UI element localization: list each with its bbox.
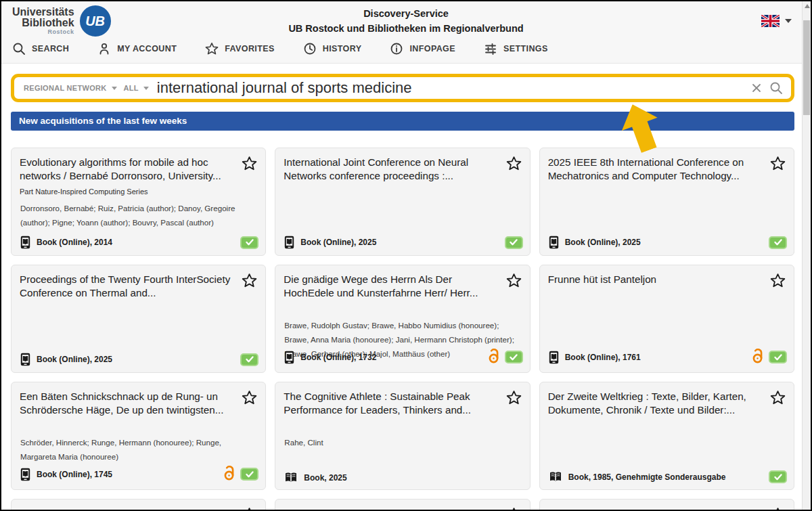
search-icon xyxy=(12,42,26,55)
card-title[interactable]: Spatial epidemic models / by Richard Dur… xyxy=(284,507,499,511)
favorite-button[interactable] xyxy=(506,507,522,511)
availability-badge xyxy=(769,470,787,483)
site-title-line-2: UB Rostock und Bibliotheken im Regionalv… xyxy=(1,22,811,37)
card-type-label: Book (Online), 1761 xyxy=(565,353,641,362)
result-card[interactable]: A robust finite element method for xyxy=(11,499,266,511)
result-card[interactable]: Die gnädige Wege des Herrn Als Der HochE… xyxy=(275,265,530,373)
availability-badge xyxy=(240,353,258,366)
card-head: Some effectively infinite classes of xyxy=(548,507,786,511)
ebook-icon xyxy=(284,236,294,249)
submit-search-button[interactable] xyxy=(768,80,784,96)
star-outline-icon xyxy=(770,273,786,288)
availability-badge xyxy=(240,236,258,249)
nav-my-account[interactable]: MY ACCOUNT xyxy=(96,39,178,58)
card-title[interactable]: Die gnädige Wege des Herrn Als Der HochE… xyxy=(284,273,499,300)
card-footer: Book, 2025 xyxy=(284,472,522,483)
card-title[interactable]: Evolutionary algorithms for mobile ad ho… xyxy=(20,156,235,183)
star-outline-icon xyxy=(770,156,786,171)
card-title[interactable]: Frunne hüt ist Panteljon xyxy=(548,273,763,289)
discovery-service-page: Universitäts Bibliothek Rostock UB Disco… xyxy=(0,0,812,511)
card-title[interactable]: International Joint Conference on Neural… xyxy=(284,156,499,183)
star-outline-icon xyxy=(770,507,786,511)
card-badges xyxy=(752,348,787,366)
result-card[interactable]: Spatial epidemic models / by Richard Dur… xyxy=(275,499,530,511)
availability-badge xyxy=(769,351,787,363)
nav-favorites[interactable]: FAVORITES xyxy=(204,39,276,58)
card-badges xyxy=(240,236,258,249)
result-card[interactable]: Evolutionary algorithms for mobile ad ho… xyxy=(11,148,266,256)
card-head: Spatial epidemic models / by Richard Dur… xyxy=(284,507,521,511)
card-type-label: Book (Online), 1745 xyxy=(37,470,112,479)
star-outline-icon xyxy=(506,273,522,288)
card-title[interactable]: A robust finite element method for xyxy=(20,507,235,511)
user-icon xyxy=(97,42,111,55)
favorite-button[interactable] xyxy=(770,507,786,511)
result-card[interactable]: The Cognitive Athlete : Sustainable Peak… xyxy=(275,382,530,490)
book-icon xyxy=(284,472,298,483)
favorite-button[interactable] xyxy=(506,156,522,172)
magnifier-icon xyxy=(769,81,783,95)
site-title-line-1: Discovery-Service xyxy=(1,7,811,22)
card-footer: Book (Online), 1732 xyxy=(284,348,522,366)
card-title[interactable]: Der Zweite Weltkrieg : Texte, Bilder, Ka… xyxy=(548,390,763,417)
result-card[interactable]: Proceedings of the Twenty Fourth InterSo… xyxy=(11,265,266,373)
info-icon xyxy=(390,42,403,55)
vertical-scrollbar[interactable] xyxy=(802,1,811,510)
star-outline-icon xyxy=(242,156,257,171)
result-card[interactable]: Een Bäten Schnickschnack up de Rung- un … xyxy=(11,382,266,490)
sliders-icon xyxy=(484,42,497,55)
star-outline-icon xyxy=(506,507,522,511)
card-head: 2025 IEEE 8th International Conference o… xyxy=(548,156,786,183)
favorite-button[interactable] xyxy=(506,390,522,406)
result-card[interactable]: Some effectively infinite classes of xyxy=(539,499,794,511)
favorite-button[interactable] xyxy=(242,156,257,172)
result-card[interactable]: Frunne hüt ist Panteljon xyxy=(539,265,794,373)
scrollbar-thumb[interactable] xyxy=(803,20,810,115)
card-title[interactable]: The Cognitive Athlete : Sustainable Peak… xyxy=(284,390,499,417)
card-footer: Book (Online), 2025 xyxy=(20,353,258,366)
book-icon xyxy=(549,471,562,483)
x-icon xyxy=(750,82,763,94)
card-footer: Book (Online), 2025 xyxy=(284,236,522,249)
chevron-down-icon xyxy=(785,19,792,23)
result-card[interactable]: Der Zweite Weltkrieg : Texte, Bilder, Ka… xyxy=(539,382,794,490)
favorite-button[interactable] xyxy=(506,273,522,289)
card-badges xyxy=(769,470,787,483)
star-outline-icon xyxy=(242,507,257,511)
nav-settings[interactable]: SETTINGS xyxy=(482,39,549,58)
card-title[interactable]: Some effectively infinite classes of xyxy=(548,507,763,511)
card-badges xyxy=(223,465,258,483)
field-selector[interactable]: ALL xyxy=(122,83,150,93)
open-access-icon xyxy=(488,348,500,366)
favorite-button[interactable] xyxy=(242,507,257,511)
favorite-button[interactable] xyxy=(770,156,786,172)
language-selector[interactable] xyxy=(761,15,792,27)
card-title[interactable]: Proceedings of the Twenty Fourth InterSo… xyxy=(20,273,235,300)
scroll-up-arrow-icon[interactable] xyxy=(805,4,810,8)
result-card[interactable]: 2025 IEEE 8th International Conference o… xyxy=(539,148,794,256)
card-badges xyxy=(240,353,258,366)
card-title[interactable]: 2025 IEEE 8th International Conference o… xyxy=(548,156,763,183)
card-type-label: Book (Online), 2025 xyxy=(300,238,376,247)
card-head: Die gnädige Wege des Herrn Als Der HochE… xyxy=(284,273,521,300)
clear-search-button[interactable] xyxy=(749,81,764,95)
favorite-button[interactable] xyxy=(242,273,257,289)
nav-history[interactable]: HISTORY xyxy=(302,39,363,58)
result-card[interactable]: International Joint Conference on Neural… xyxy=(275,148,530,256)
scope-selector[interactable]: REGIONAL NETWORK xyxy=(22,83,118,93)
favorite-button[interactable] xyxy=(770,273,786,289)
card-series: Part Nature-Inspired Computing Series xyxy=(20,187,257,196)
card-head: Evolutionary algorithms for mobile ad ho… xyxy=(20,156,257,183)
nav-infopage[interactable]: INFOPAGE xyxy=(388,39,457,58)
search-input[interactable] xyxy=(154,79,745,97)
favorite-button[interactable] xyxy=(242,390,257,406)
nav-my-account-label: MY ACCOUNT xyxy=(117,44,177,53)
card-footer: Book (Online), 1745 xyxy=(20,465,258,483)
ebook-icon xyxy=(20,353,30,366)
main-nav: SEARCH MY ACCOUNT FAVORITES HISTORY xyxy=(11,39,549,58)
card-badges xyxy=(505,236,523,249)
favorite-button[interactable] xyxy=(770,390,786,406)
star-icon xyxy=(205,42,219,55)
card-title[interactable]: Een Bäten Schnickschnack up de Rung- un … xyxy=(20,390,235,417)
nav-search[interactable]: SEARCH xyxy=(11,39,70,58)
